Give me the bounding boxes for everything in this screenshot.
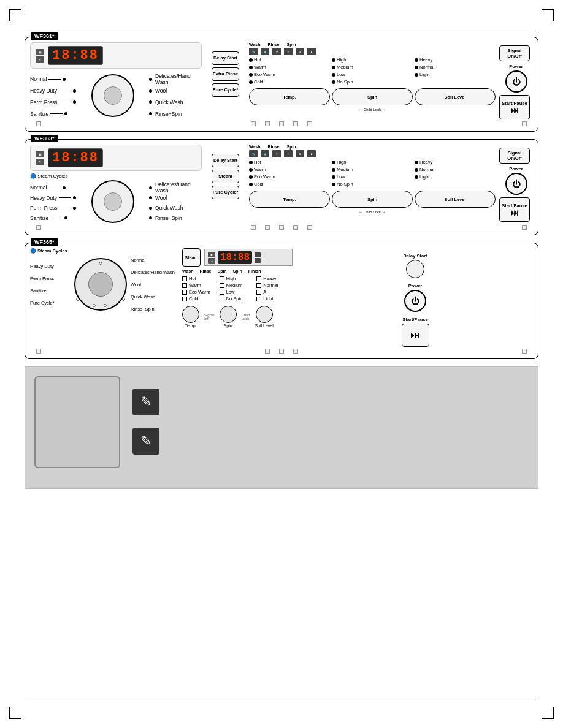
cycle-item-normal[interactable]: Normal bbox=[30, 183, 79, 192]
opt-dot bbox=[415, 168, 418, 172]
cycle-item-delicates[interactable]: Delicates/Hand Wash bbox=[131, 267, 177, 277]
cycle-item-wool[interactable]: Wool bbox=[149, 193, 202, 203]
wrs-labels-row: Wash Rinse Spin Spin Finish bbox=[182, 269, 293, 273]
cycle-item-heavyduty[interactable]: Heavy Duty bbox=[30, 86, 79, 96]
signal-on-off-btn[interactable]: Signal On/Off bbox=[499, 45, 530, 61]
power-btn-wf365[interactable]: ⏻ bbox=[404, 290, 426, 312]
opt-nospin: No Spin bbox=[332, 181, 413, 187]
cycle-item-permpress[interactable]: Perm Press bbox=[30, 273, 73, 283]
dial-circle-wf363[interactable] bbox=[91, 180, 134, 223]
spin-col: High Medium Low bbox=[220, 276, 256, 301]
cycle-item-rinsespin[interactable]: Rinse+Spin bbox=[149, 109, 202, 119]
icon6: 🌡 bbox=[307, 48, 316, 55]
cb-heavy: Heavy bbox=[256, 276, 293, 281]
steam-button-wf365[interactable]: Steam bbox=[182, 248, 201, 267]
cb-label: Medium bbox=[226, 282, 243, 288]
wf365-right-buttons: Delay Start Power ⏻ Start/Pause ⏭ bbox=[297, 248, 533, 347]
delay-start-btn[interactable]: Delay Start bbox=[212, 51, 239, 65]
spin-icon: ⟳ bbox=[272, 48, 281, 55]
display-icon-bot: ✕ bbox=[36, 159, 44, 165]
settings-top-wf363: Wash Rinse Spin 🫧 💧 ⟳ ☀ ♻ 🌡 bbox=[249, 145, 496, 188]
soillevel-knob-btn[interactable]: Soil Level bbox=[415, 88, 496, 105]
cycle-item-permpress[interactable]: Perm Press bbox=[30, 97, 79, 107]
temp-knob-btn[interactable]: Temp. bbox=[249, 88, 330, 105]
wf365-middle-area: Steam ▣ ✕ 18:88 bbox=[182, 248, 293, 347]
temp-knob-btn[interactable]: Temp. bbox=[249, 191, 330, 208]
corner-sq bbox=[251, 121, 256, 126]
start-pause-btn-wf361[interactable]: Start/Pause ⏭ bbox=[499, 95, 530, 119]
cycle-item-quickwash[interactable]: Quick Wash bbox=[149, 203, 202, 213]
cycle-item-sanitize[interactable]: Sanitize bbox=[30, 286, 73, 295]
cycle-item-quickwash[interactable]: Quick Wash bbox=[149, 97, 202, 107]
panel-right-wf363: Wash Rinse Spin 🫧 💧 ⟳ ☀ ♻ 🌡 bbox=[249, 145, 496, 223]
cycle-label: Pure Cycle* bbox=[30, 300, 55, 306]
note-icon-2: ✎ bbox=[132, 428, 159, 455]
spin-knob-btn[interactable]: Spin bbox=[332, 88, 413, 105]
extra-rinse-btn[interactable]: Extra Rinse bbox=[212, 67, 239, 81]
spin-knob[interactable] bbox=[220, 306, 237, 323]
temp-knob-wrap: Temp. bbox=[182, 306, 199, 328]
steam-btn[interactable]: Steam bbox=[212, 170, 239, 183]
cycle-dot bbox=[64, 112, 67, 115]
power-btn-wf361[interactable]: ⏻ bbox=[505, 70, 527, 93]
cycle-item-rinsespin[interactable]: Rinse+Spin bbox=[131, 304, 177, 314]
delay-start-btn[interactable]: Delay Start bbox=[212, 154, 239, 167]
cb-label: Eco Warm bbox=[189, 289, 210, 295]
cycle-item-delicates[interactable]: Delicates/Hand Wash bbox=[149, 74, 202, 84]
cycle-item-heavyduty[interactable]: Heavy Duty bbox=[30, 261, 73, 271]
power-btn-wf363[interactable]: ⏻ bbox=[505, 173, 527, 195]
cycle-item-sanitize[interactable]: Sanitize bbox=[30, 213, 79, 223]
pure-cycle-btn[interactable]: Pure Cycle* bbox=[212, 186, 239, 199]
power-label-wf365: Power bbox=[408, 283, 423, 289]
cycle-label: Rinse+Spin bbox=[155, 111, 182, 117]
start-pause-btn-wf365[interactable]: ⏭ bbox=[402, 324, 429, 347]
opt-label: Low bbox=[337, 72, 345, 77]
corner-sq bbox=[307, 121, 312, 126]
dial-circle-wf361[interactable] bbox=[91, 74, 134, 117]
display-icon-a: ▣ bbox=[208, 252, 215, 257]
wf365-display-icons: ▣ ✕ bbox=[208, 252, 215, 264]
digit-display-wf361: 18:88 bbox=[48, 46, 103, 65]
temp-knob[interactable] bbox=[182, 306, 199, 323]
cycle-label: Quick Wash bbox=[155, 99, 183, 105]
cycle-item-heavyduty[interactable]: Heavy Duty bbox=[30, 193, 79, 203]
cycle-item-wool[interactable]: Wool bbox=[131, 279, 177, 289]
opt-light: Light bbox=[415, 72, 496, 77]
start-pause-btn-wf363[interactable]: Start/Pause ⏭ bbox=[499, 197, 530, 222]
cycle-label: Perm Press bbox=[30, 276, 54, 281]
opt-label: Hot bbox=[254, 57, 261, 63]
pure-cycle-btn[interactable]: Pure Cycle* bbox=[212, 83, 239, 97]
cycle-item-delicates[interactable]: Delicates/Hand Wash bbox=[149, 183, 202, 192]
cb-box bbox=[256, 290, 261, 295]
dial-area-wf361 bbox=[79, 71, 147, 119]
opt-label: Light bbox=[419, 72, 429, 77]
cycle-item-permpress[interactable]: Perm Press bbox=[30, 203, 79, 213]
cycle-item-rinsespin[interactable]: Rinse+Spin bbox=[149, 213, 202, 223]
settings-top-wf361: Wash Rinse Spin 🫧 💧 ⟳ ☀ ♻ 🌡 bbox=[249, 42, 496, 85]
delay-start-btn-wf365[interactable] bbox=[406, 260, 424, 278]
cycle-item-purecycle[interactable]: Pure Cycle* bbox=[30, 298, 73, 308]
wf365-left-area: 🔵 Steam Cycles Heavy Duty Perm Press bbox=[30, 248, 177, 347]
spin-knob-btn[interactable]: Spin bbox=[332, 191, 413, 208]
cycle-item-quickwash[interactable]: Quick Wash bbox=[131, 292, 177, 301]
corner-sq-1 bbox=[36, 121, 41, 126]
cycle-item-wool[interactable]: Wool bbox=[149, 86, 202, 96]
cycle-item-sanitize[interactable]: Sanitize bbox=[30, 109, 79, 119]
cycle-dot bbox=[149, 196, 152, 199]
cycle-item-normal[interactable]: Normal bbox=[131, 255, 177, 265]
soillevel-knob-btn[interactable]: Soil Level bbox=[415, 191, 496, 208]
dial-pos-dot-3 bbox=[104, 304, 107, 307]
soil-knob[interactable] bbox=[256, 306, 273, 323]
cycle-label: Perm Press bbox=[30, 99, 57, 105]
cycle-item-normal[interactable]: Normal bbox=[30, 74, 79, 84]
icon5: ♻ bbox=[296, 150, 304, 157]
signal-on-off-btn[interactable]: Signal On/Off bbox=[499, 148, 530, 164]
cb-normal: Normal bbox=[256, 282, 293, 288]
corner-sq bbox=[265, 349, 270, 354]
cb-label: Warm bbox=[189, 282, 201, 288]
cycle-line bbox=[48, 79, 61, 80]
wf365-digit-display: 18:88 bbox=[218, 251, 252, 264]
wash-hdr: Wash bbox=[182, 269, 193, 273]
cb-light: Light bbox=[256, 296, 293, 301]
opt-label: High bbox=[337, 159, 346, 165]
